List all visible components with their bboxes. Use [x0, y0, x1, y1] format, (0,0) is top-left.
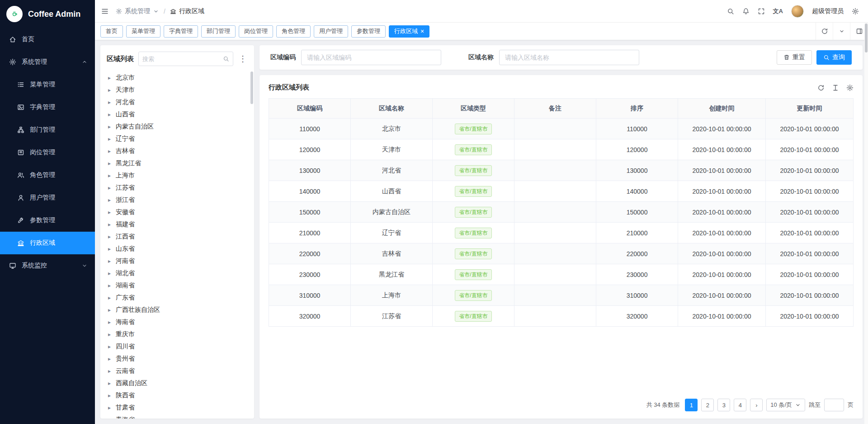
next-page-button[interactable]: ›: [750, 399, 763, 411]
expand-arrow-icon[interactable]: ▸: [107, 405, 112, 411]
expand-arrow-icon[interactable]: ▸: [107, 221, 112, 228]
expand-arrow-icon[interactable]: ▸: [107, 233, 112, 240]
expand-arrow-icon[interactable]: ▸: [107, 282, 112, 289]
tab[interactable]: 岗位管理 ×: [239, 25, 273, 38]
tree-item[interactable]: ▸ 陕西省: [100, 389, 254, 401]
sidebar-item-home[interactable]: 首页: [0, 28, 95, 51]
sidebar-group-monitor[interactable]: 系统监控: [0, 254, 95, 277]
tab[interactable]: 行政区域 ×: [389, 25, 429, 38]
translate-icon[interactable]: 文A: [773, 7, 783, 15]
window-scrollbar[interactable]: [864, 23, 868, 424]
expand-arrow-icon[interactable]: ▸: [107, 343, 112, 350]
sidebar-group-system[interactable]: 系统管理: [0, 51, 95, 73]
avatar[interactable]: [791, 5, 804, 18]
tab[interactable]: 部门管理 ×: [201, 25, 236, 38]
refresh-tabs-icon[interactable]: [816, 23, 833, 40]
table-row[interactable]: 120000 天津市 省市/直辖市 120000 2020-10-01 00:0…: [269, 139, 854, 160]
page-size-select[interactable]: 10 条/页: [766, 399, 805, 411]
sidebar-item-menu-mgmt[interactable]: 菜单管理: [0, 73, 95, 96]
expand-arrow-icon[interactable]: ▸: [107, 417, 112, 419]
table-row[interactable]: 310000 上海市 省市/直辖市 310000 2020-10-01 00:0…: [269, 285, 854, 306]
expand-arrow-icon[interactable]: ▸: [107, 258, 112, 264]
breadcrumb-item-region[interactable]: 行政区域: [170, 7, 204, 15]
search-button[interactable]: 查询: [816, 50, 852, 65]
fullscreen-icon[interactable]: [758, 8, 765, 15]
tree-item[interactable]: ▸ 辽宁省: [100, 133, 254, 145]
scrollbar-thumb[interactable]: [865, 24, 868, 52]
tab-close-icon[interactable]: ×: [420, 28, 424, 34]
expand-arrow-icon[interactable]: ▸: [107, 124, 112, 130]
expand-arrow-icon[interactable]: ▸: [107, 270, 112, 276]
tree-item[interactable]: ▸ 吉林省: [100, 145, 254, 157]
table-row[interactable]: 150000 内蒙古自治区 省市/直辖市 150000 2020-10-01 0…: [269, 202, 854, 223]
tree-item[interactable]: ▸ 福建省: [100, 218, 254, 230]
user-name[interactable]: 超级管理员: [812, 7, 844, 15]
tree-item[interactable]: ▸ 内蒙古自治区: [100, 120, 254, 133]
tree-item[interactable]: ▸ 湖北省: [100, 267, 254, 279]
page-button[interactable]: 2: [701, 399, 714, 411]
column-toggle-icon[interactable]: [832, 84, 839, 91]
expand-arrow-icon[interactable]: ▸: [107, 87, 112, 93]
tree-item[interactable]: ▸ 河北省: [100, 96, 254, 108]
tree-item[interactable]: ▸ 天津市: [100, 84, 254, 96]
breadcrumb-item-system[interactable]: 系统管理: [116, 7, 159, 15]
refresh-table-icon[interactable]: [817, 84, 825, 91]
tree-item[interactable]: ▸ 江西省: [100, 230, 254, 243]
tree-item[interactable]: ▸ 安徽省: [100, 206, 254, 218]
expand-arrow-icon[interactable]: ▸: [107, 356, 112, 362]
tab[interactable]: 用户管理 ×: [314, 25, 348, 38]
tree-item[interactable]: ▸ 浙江省: [100, 194, 254, 206]
sidebar-item-dept-mgmt[interactable]: 部门管理: [0, 119, 95, 141]
sidebar-item-role-mgmt[interactable]: 角色管理: [0, 164, 95, 186]
table-row[interactable]: 230000 黑龙江省 省市/直辖市 230000 2020-10-01 00:…: [269, 264, 854, 285]
tree-search-input[interactable]: [142, 56, 223, 62]
tree-item[interactable]: ▸ 河南省: [100, 255, 254, 267]
tree-item[interactable]: ▸ 云南省: [100, 365, 254, 377]
expand-arrow-icon[interactable]: ▸: [107, 136, 112, 142]
page-button[interactable]: 1: [685, 399, 698, 411]
jump-page-input[interactable]: [824, 399, 844, 411]
tree-scrollbar[interactable]: [250, 71, 253, 104]
sidebar-item-post-mgmt[interactable]: 岗位管理: [0, 141, 95, 164]
notification-bell-icon[interactable]: [742, 8, 750, 15]
sidebar-item-dict-mgmt[interactable]: 字典管理: [0, 96, 95, 119]
expand-arrow-icon[interactable]: ▸: [107, 172, 112, 179]
tree-item[interactable]: ▸ 西藏自治区: [100, 377, 254, 389]
tree-item[interactable]: ▸ 甘肃省: [100, 401, 254, 414]
tree-item[interactable]: ▸ 江苏省: [100, 181, 254, 194]
tree-item[interactable]: ▸ 湖南省: [100, 279, 254, 291]
tabs-menu-chevron-icon[interactable]: [833, 23, 850, 40]
expand-arrow-icon[interactable]: ▸: [107, 246, 112, 252]
tree-item[interactable]: ▸ 北京市: [100, 71, 254, 84]
expand-arrow-icon[interactable]: ▸: [107, 295, 112, 301]
more-options-icon[interactable]: ⋮: [238, 54, 248, 64]
settings-gear-icon[interactable]: [852, 8, 859, 15]
table-row[interactable]: 140000 山西省 省市/直辖市 140000 2020-10-01 00:0…: [269, 181, 854, 202]
tree-item[interactable]: ▸ 黑龙江省: [100, 157, 254, 169]
sidebar-item-user-mgmt[interactable]: 用户管理: [0, 186, 95, 209]
search-icon[interactable]: [223, 56, 229, 62]
tree-item[interactable]: ▸ 广西壮族自治区: [100, 304, 254, 316]
expand-arrow-icon[interactable]: ▸: [107, 331, 112, 338]
tab[interactable]: 参数管理 ×: [351, 25, 386, 38]
tab[interactable]: 角色管理 ×: [276, 25, 311, 38]
expand-arrow-icon[interactable]: ▸: [107, 111, 112, 118]
tree-item[interactable]: ▸ 四川省: [100, 340, 254, 353]
tree-item[interactable]: ▸ 上海市: [100, 169, 254, 181]
region-code-input[interactable]: [301, 50, 441, 65]
expand-arrow-icon[interactable]: ▸: [107, 75, 112, 81]
table-row[interactable]: 210000 辽宁省 省市/直辖市 210000 2020-10-01 00:0…: [269, 223, 854, 243]
tab[interactable]: 字典管理 ×: [164, 25, 198, 38]
sidebar-item-param-mgmt[interactable]: 参数管理: [0, 209, 95, 232]
tree-item[interactable]: ▸ 重庆市: [100, 328, 254, 340]
tree-item[interactable]: ▸ 广东省: [100, 291, 254, 304]
page-button[interactable]: 4: [734, 399, 746, 411]
expand-arrow-icon[interactable]: ▸: [107, 99, 112, 105]
tree-item[interactable]: ▸ 贵州省: [100, 353, 254, 365]
expand-arrow-icon[interactable]: ▸: [107, 307, 112, 313]
tree-item[interactable]: ▸ 山东省: [100, 243, 254, 255]
table-row[interactable]: 320000 江苏省 省市/直辖市 320000 2020-10-01 00:0…: [269, 306, 854, 327]
reset-button[interactable]: 重置: [777, 50, 812, 65]
tab[interactable]: 菜单管理 ×: [126, 25, 160, 38]
expand-arrow-icon[interactable]: ▸: [107, 368, 112, 374]
